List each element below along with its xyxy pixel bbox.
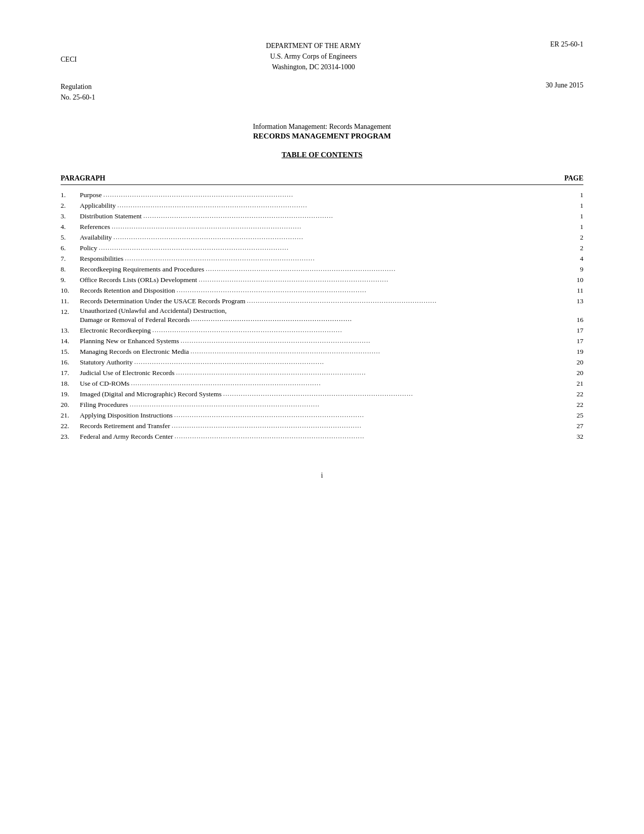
page-footer: i: [61, 472, 583, 480]
toc-entry: 11.Records Determination Under the USACE…: [61, 295, 583, 306]
toc-entry-num: 5.: [61, 233, 80, 242]
toc-entry-page: 19: [571, 348, 583, 356]
toc-entry-dots: ........................................…: [190, 348, 569, 356]
corps-engineers-title: U.S. Army Corps of Engineers: [266, 51, 361, 62]
toc-entry-content: Filing Procedures.......................…: [80, 401, 583, 409]
page-number: i: [321, 472, 323, 479]
toc-entry-content: Records Retirement and Transfer.........…: [80, 422, 583, 430]
toc-entry-num: 9.: [61, 275, 80, 284]
toc-entry-label: Federal and Army Records Center: [80, 433, 173, 441]
toc-entry-content: References..............................…: [80, 223, 583, 231]
toc-entry-label: Records Determination Under the USACE Re…: [80, 297, 245, 305]
toc-entry-page: 17: [571, 327, 583, 335]
toc-entry-dots: ........................................…: [153, 327, 569, 335]
toc-entry-label: Recordkeeping Requirements and Procedure…: [80, 265, 204, 273]
toc-entry-num: 20.: [61, 400, 80, 409]
toc-entry-num: 19.: [61, 389, 80, 398]
toc-entry-content: Applying Disposition Instructions.......…: [80, 411, 583, 420]
toc-entry-page: 1: [571, 191, 583, 199]
toc-entry-dots: ........................................…: [117, 202, 569, 210]
toc-entry-dots: ........................................…: [177, 287, 569, 295]
toc-entry-num: 10.: [61, 286, 80, 295]
toc-entry: 18.Use of CD-ROMs.......................…: [61, 378, 583, 388]
toc-entry-dots: ........................................…: [174, 411, 569, 420]
toc-entry-content: Policy..................................…: [80, 244, 583, 252]
toc-entry-page: 9: [571, 265, 583, 273]
toc-entry-page: 20: [571, 369, 583, 377]
toc-title: TABLE OF CONTENTS: [61, 151, 583, 159]
header-area: CECI DEPARTMENT OF THE ARMY U.S. Army Co…: [61, 40, 583, 72]
toc-entry: 5.Availability..........................…: [61, 231, 583, 242]
toc-entry-content: Unauthorized (Unlawful and Accidental) D…: [80, 307, 583, 324]
toc-entry-page: 25: [571, 411, 583, 420]
regulation-number-block: Regulation No. 25-60-1: [61, 81, 95, 103]
toc-entry-dots: ........................................…: [99, 244, 569, 252]
toc-entry: 13.Electronic Recordkeeping.............…: [61, 325, 583, 335]
toc-entry-dots: ........................................…: [112, 223, 569, 231]
toc-entry-page: 1: [571, 223, 583, 231]
toc-entry-label: Filing Procedures: [80, 401, 128, 409]
toc-entry-label: Planning New or Enhanced Systems: [80, 337, 179, 345]
toc-entry-page: 21: [571, 380, 583, 388]
toc-entry-page: 16: [577, 316, 584, 324]
toc-entry-label: Distribution Statement: [80, 212, 142, 220]
toc-entry-label: Records Retirement and Transfer: [80, 422, 170, 430]
toc-col-paragraph: PARAGRAPH: [61, 174, 105, 182]
dept-army-title: DEPARTMENT OF THE ARMY: [266, 40, 361, 51]
toc-entry-num: 4.: [61, 222, 80, 231]
toc-entry-dots: ........................................…: [131, 380, 569, 388]
toc-entry-dots: ........................................…: [114, 234, 570, 242]
toc-entry-content: Use of CD-ROMs..........................…: [80, 380, 583, 388]
toc-entry-label-line2: Damage or Removal of Federal Records....…: [80, 315, 583, 324]
toc-entry: 9.Office Records Lists (ORLs) Developmen…: [61, 274, 583, 285]
toc-entry-page: 2: [571, 234, 583, 242]
toc-entry-num: 13.: [61, 326, 80, 335]
toc-entry-page: 10: [571, 276, 583, 284]
toc-entry-num: 12.: [61, 307, 80, 316]
toc-entry-dots: ........................................…: [125, 255, 569, 263]
toc-entry-label: Use of CD-ROMs: [80, 380, 129, 388]
toc-entry-page: 11: [571, 287, 583, 295]
toc-entry-num: 21.: [61, 410, 80, 420]
toc-entry-dots: ........................................…: [247, 297, 569, 305]
toc-entry-content: Imaged (Digital and Micrographic) Record…: [80, 390, 583, 398]
toc-entry-dots: ........................................…: [206, 265, 569, 273]
header-left: CECI: [61, 40, 77, 64]
toc-entry: 6.Policy................................…: [61, 242, 583, 253]
document-date: 30 June 2015: [546, 81, 583, 89]
toc-entry-num: 3.: [61, 211, 80, 220]
toc-entry-content: Records Determination Under the USACE Re…: [80, 297, 583, 305]
toc-entry-dots: ........................................…: [176, 369, 569, 377]
toc-list: 1.Purpose...............................…: [61, 189, 583, 441]
toc-entry-content: Planning New or Enhanced Systems........…: [80, 337, 583, 345]
document-main-title: RECORDS MANAGEMENT PROGRAM: [61, 132, 583, 141]
toc-entry-num: 14.: [61, 336, 80, 345]
toc-entry-content: Managing Records on Electronic Media....…: [80, 348, 583, 356]
toc-entry-content: Responsibilities........................…: [80, 255, 583, 263]
toc-entry-page: 32: [571, 433, 583, 441]
toc-entry-label: Office Records Lists (ORLs) Development: [80, 276, 197, 284]
toc-entry: 19.Imaged (Digital and Micrographic) Rec…: [61, 388, 583, 399]
toc-entry-num: 17.: [61, 368, 80, 377]
toc-entry-label2: Damage or Removal of Federal Records: [80, 316, 190, 324]
toc-entry-label: Availability: [80, 234, 112, 242]
document-subtitle: Information Management: Records Manageme…: [61, 123, 583, 131]
toc-entry-dots: ........................................…: [104, 191, 570, 199]
toc-entry-dots: ........................................…: [180, 337, 569, 345]
toc-entry: 23.Federal and Army Records Center......…: [61, 431, 583, 441]
toc-entry-label: Policy: [80, 244, 97, 252]
toc-entry-num: 7.: [61, 254, 80, 263]
toc-entry: 20.Filing Procedures....................…: [61, 399, 583, 409]
toc-entry-content: Distribution Statement..................…: [80, 212, 583, 220]
toc-entry-dots: ........................................…: [172, 422, 569, 430]
toc-entry-label: Judicial Use of Electronic Records: [80, 369, 174, 377]
toc-entry-page: 17: [571, 337, 583, 345]
regulation-number: No. 25-60-1: [61, 92, 95, 103]
toc-entry-num: 1.: [61, 190, 80, 199]
toc-entry: 17.Judicial Use of Electronic Records...…: [61, 367, 583, 378]
toc-entry-page: 1: [571, 202, 583, 210]
header-center: DEPARTMENT OF THE ARMY U.S. Army Corps o…: [266, 40, 361, 72]
toc-entry-num: 22.: [61, 421, 80, 430]
toc-col-page: PAGE: [564, 174, 583, 182]
toc-entry-label: Purpose: [80, 191, 102, 199]
